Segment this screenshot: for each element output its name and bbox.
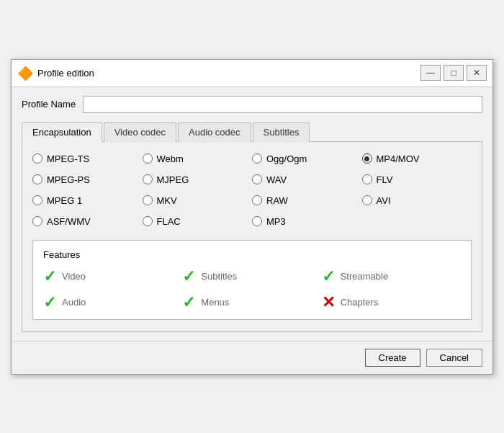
profile-name-label: Profile Name bbox=[22, 99, 76, 110]
radio-label-wav: WAV bbox=[266, 174, 287, 185]
minimize-button[interactable]: — bbox=[420, 65, 441, 81]
radio-ogg[interactable]: Ogg/Ogm bbox=[252, 153, 362, 164]
features-box: Features ✓ Video ✓ Subtitles ✓ bbox=[32, 240, 472, 320]
encapsulation-panel: MPEG-TS Webm Ogg/Ogm MP4/MOV MPEG-P bbox=[22, 142, 482, 332]
check-video-icon: ✓ bbox=[43, 269, 56, 285]
feature-menus: ✓ Menus bbox=[182, 295, 321, 311]
radio-circle-asfwmv bbox=[32, 216, 42, 226]
radio-label-avi: AVI bbox=[377, 195, 391, 206]
radio-circle-raw bbox=[252, 195, 262, 205]
create-button[interactable]: Create bbox=[365, 349, 420, 367]
radio-label-mpeg1: MPEG 1 bbox=[47, 195, 82, 206]
feature-video-label: Video bbox=[62, 271, 86, 282]
radio-circle-mpegps bbox=[32, 174, 42, 184]
radio-wav[interactable]: WAV bbox=[252, 174, 362, 185]
feature-streamable-label: Streamable bbox=[341, 271, 388, 282]
radio-circle-mjpeg bbox=[143, 174, 153, 184]
app-icon: 🔶 bbox=[17, 66, 32, 80]
cross-chapters-icon: ✕ bbox=[322, 295, 335, 311]
feature-audio-label: Audio bbox=[62, 297, 86, 308]
radio-circle-mpegts bbox=[32, 153, 42, 164]
tabs-bar: Encapsulation Video codec Audio codec Su… bbox=[22, 122, 482, 142]
radio-circle-ogg bbox=[252, 153, 262, 164]
tab-subtitles[interactable]: Subtitles bbox=[253, 122, 310, 142]
radio-circle-mp3 bbox=[252, 216, 262, 226]
radio-circle-mpeg1 bbox=[32, 195, 42, 205]
check-subtitles-icon: ✓ bbox=[182, 269, 195, 285]
radio-mp3[interactable]: MP3 bbox=[252, 216, 362, 227]
feature-audio: ✓ Audio bbox=[43, 295, 182, 311]
radio-mpegts[interactable]: MPEG-TS bbox=[32, 153, 143, 164]
radio-label-mjpeg: MJPEG bbox=[157, 174, 189, 185]
radio-circle-avi bbox=[362, 195, 372, 205]
features-grid: ✓ Video ✓ Subtitles ✓ Streamable bbox=[43, 269, 461, 311]
features-title: Features bbox=[43, 249, 461, 260]
check-menus-icon: ✓ bbox=[182, 295, 195, 311]
radio-flv[interactable]: FLV bbox=[362, 174, 472, 185]
check-audio-icon: ✓ bbox=[43, 295, 56, 311]
radio-mpeg1[interactable]: MPEG 1 bbox=[32, 195, 143, 206]
radio-label-mpegts: MPEG-TS bbox=[47, 153, 89, 164]
radio-avi[interactable]: AVI bbox=[362, 195, 472, 206]
radio-label-flac: FLAC bbox=[157, 216, 181, 227]
radio-mjpeg[interactable]: MJPEG bbox=[143, 174, 253, 185]
radio-label-mpegps: MPEG-PS bbox=[47, 174, 90, 185]
tab-audio-codec[interactable]: Audio codec bbox=[178, 122, 251, 142]
profile-name-row: Profile Name bbox=[22, 96, 482, 113]
content-area: Profile Name Encapsulation Video codec A… bbox=[12, 87, 492, 341]
radio-label-mkv: MKV bbox=[157, 195, 177, 206]
feature-subtitles: ✓ Subtitles bbox=[182, 269, 321, 285]
maximize-button[interactable]: □ bbox=[444, 65, 464, 81]
radio-label-flv: FLV bbox=[377, 174, 393, 185]
profile-name-input[interactable] bbox=[83, 96, 482, 113]
tab-video-codec[interactable]: Video codec bbox=[104, 122, 176, 142]
radio-empty bbox=[362, 216, 472, 227]
feature-menus-label: Menus bbox=[201, 297, 229, 308]
window-title: Profile edition bbox=[37, 68, 420, 79]
radio-circle-flac bbox=[143, 216, 153, 226]
radio-label-mp3: MP3 bbox=[266, 216, 286, 227]
title-bar-controls: — □ ✕ bbox=[420, 65, 487, 81]
radio-mpegps[interactable]: MPEG-PS bbox=[32, 174, 143, 185]
radio-mp4[interactable]: MP4/MOV bbox=[362, 153, 472, 164]
close-button[interactable]: ✕ bbox=[467, 65, 487, 81]
footer: Create Cancel bbox=[12, 341, 492, 374]
radio-webm[interactable]: Webm bbox=[143, 153, 253, 164]
feature-streamable: ✓ Streamable bbox=[322, 269, 461, 285]
radio-label-raw: RAW bbox=[266, 195, 288, 206]
radio-circle-wav bbox=[252, 174, 262, 184]
cancel-button[interactable]: Cancel bbox=[426, 349, 482, 367]
radio-circle-flv bbox=[362, 174, 372, 184]
radio-label-ogg: Ogg/Ogm bbox=[266, 153, 307, 164]
feature-video: ✓ Video bbox=[43, 269, 182, 285]
radio-circle-mp4 bbox=[362, 153, 372, 164]
tab-encapsulation[interactable]: Encapsulation bbox=[22, 122, 102, 142]
radio-mkv[interactable]: MKV bbox=[143, 195, 253, 206]
radio-circle-mkv bbox=[143, 195, 153, 205]
feature-chapters-label: Chapters bbox=[341, 297, 379, 308]
encapsulation-options: MPEG-TS Webm Ogg/Ogm MP4/MOV MPEG-P bbox=[32, 153, 472, 227]
main-window: 🔶 Profile edition — □ ✕ Profile Name Enc… bbox=[11, 59, 493, 375]
feature-chapters: ✕ Chapters bbox=[322, 295, 461, 311]
title-bar: 🔶 Profile edition — □ ✕ bbox=[12, 60, 492, 87]
check-streamable-icon: ✓ bbox=[322, 269, 335, 285]
radio-asfwmv[interactable]: ASF/WMV bbox=[32, 216, 143, 227]
radio-label-webm: Webm bbox=[157, 153, 184, 164]
radio-flac[interactable]: FLAC bbox=[143, 216, 253, 227]
radio-label-mp4: MP4/MOV bbox=[377, 153, 420, 164]
radio-label-asfwmv: ASF/WMV bbox=[47, 216, 91, 227]
radio-circle-webm bbox=[143, 153, 153, 164]
feature-subtitles-label: Subtitles bbox=[201, 271, 237, 282]
radio-raw[interactable]: RAW bbox=[252, 195, 362, 206]
